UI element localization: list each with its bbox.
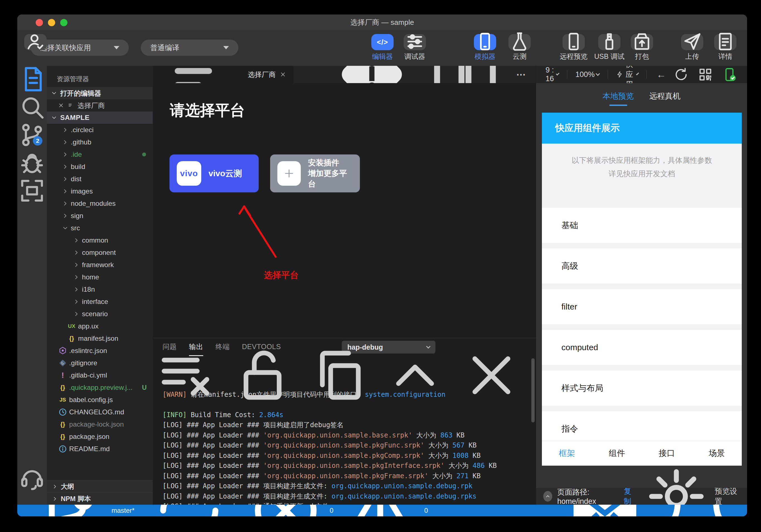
toolbar-button[interactable]: 云测 bbox=[501, 34, 538, 61]
log-line: [LOG] ### App Loader ### 'org.quickapp.u… bbox=[162, 471, 536, 481]
toolbar-button[interactable]: 模拟器 bbox=[467, 34, 503, 61]
user-icon bbox=[24, 30, 46, 54]
tree-item[interactable]: {} package-lock.json bbox=[47, 418, 153, 431]
refresh-icon[interactable] bbox=[673, 67, 689, 83]
open-editor-item[interactable]: 选择厂商 bbox=[47, 99, 153, 111]
tree-item[interactable]: node_modules bbox=[47, 198, 153, 210]
toolbar-button[interactable] bbox=[17, 34, 53, 52]
zoom-select[interactable]: 100% bbox=[575, 70, 599, 79]
open-editors-section[interactable]: 打开的编辑器 bbox=[47, 87, 153, 99]
tree-item[interactable]: sign bbox=[47, 210, 153, 222]
tree-item[interactable]: scenario bbox=[47, 308, 153, 320]
phone-list-item[interactable]: computed bbox=[542, 330, 742, 365]
tree-item[interactable]: build bbox=[47, 161, 153, 173]
close-window-button[interactable] bbox=[36, 19, 43, 26]
toolbar-button[interactable]: 上传 bbox=[674, 34, 710, 61]
tree-item[interactable]: component bbox=[47, 247, 153, 259]
tree-item[interactable]: .eslintrc.json bbox=[47, 345, 153, 357]
activity-item[interactable] bbox=[17, 149, 47, 177]
tree-item[interactable]: src bbox=[47, 222, 153, 234]
ratio-select[interactable]: 9 : 16 bbox=[546, 66, 558, 83]
qr-code-icon[interactable] bbox=[697, 67, 713, 83]
tree-item[interactable]: {} .quickapp.preview.j... U bbox=[47, 382, 153, 394]
maximize-panel-icon[interactable] bbox=[382, 342, 448, 408]
phone-list-item[interactable]: 高级 bbox=[542, 249, 742, 283]
toolbar-button[interactable]: 远程预览 bbox=[556, 34, 592, 61]
project-root-section[interactable]: SAMPLE bbox=[47, 111, 153, 124]
log-line: [LOG] ### App Loader ### 项目构建并生成文件: org.… bbox=[162, 481, 536, 491]
collapse-up-icon[interactable] bbox=[543, 491, 552, 502]
headset-icon bbox=[17, 463, 47, 493]
chevR-icon bbox=[73, 237, 80, 244]
vivo-platform-card[interactable]: vivo vivo云测 bbox=[169, 154, 259, 192]
activity-item[interactable]: 2 bbox=[17, 122, 47, 149]
npm-scripts-section[interactable]: NPM 脚本 bbox=[47, 493, 153, 505]
panel-scrollbar[interactable] bbox=[531, 358, 535, 422]
preview-body: 本地预览 远程真机 快应用组件展示 以下将展示快应用框架能力，具体属性参数 详见… bbox=[536, 83, 747, 505]
tree-item[interactable]: .github bbox=[47, 136, 153, 148]
chevR-icon bbox=[62, 176, 69, 182]
toolbar-button[interactable]: USB 调试 bbox=[591, 34, 627, 61]
braces-icon: {} bbox=[58, 433, 68, 440]
zoom-window-button[interactable] bbox=[60, 19, 68, 26]
chevR-icon bbox=[62, 200, 69, 207]
minimize-window-button[interactable] bbox=[48, 19, 55, 26]
eslint-icon bbox=[58, 346, 68, 356]
js-icon: JS bbox=[58, 397, 68, 403]
tree-item[interactable]: {} package.json bbox=[47, 431, 153, 443]
copy-path-link[interactable]: 复制 bbox=[624, 486, 636, 505]
toolbar-button[interactable]: 打包 bbox=[624, 34, 660, 61]
activity-item[interactable] bbox=[17, 177, 47, 205]
back-icon[interactable]: ← bbox=[657, 69, 666, 80]
preview-tab[interactable]: 远程真机 bbox=[650, 91, 681, 105]
tree-item[interactable]: framework bbox=[47, 259, 153, 271]
toolbar-button[interactable]: 调试器 bbox=[397, 34, 433, 61]
compile-mode-select[interactable]: 普通编译 bbox=[141, 39, 238, 56]
tree-item[interactable]: common bbox=[47, 234, 153, 247]
phone-icon bbox=[474, 30, 496, 54]
main-toolbar: 选择关联快应用 普通编译 </> 编辑器 调试器 bbox=[17, 30, 747, 66]
outline-section[interactable]: 大纲 bbox=[47, 480, 153, 493]
tree-item[interactable]: CHANGELOG.md bbox=[47, 406, 153, 418]
phone-tab[interactable]: 组件 bbox=[592, 441, 642, 466]
add-platform-card[interactable]: 安装插件 增加更多平台 bbox=[270, 154, 360, 192]
chevR-icon bbox=[62, 151, 69, 158]
tree-item[interactable]: dist bbox=[47, 173, 153, 185]
preview-tab[interactable]: 本地预览 bbox=[603, 91, 634, 105]
tree-item[interactable]: images bbox=[47, 185, 153, 198]
more-actions-icon[interactable]: ⋯ bbox=[516, 69, 526, 80]
phone-list-item[interactable]: filter bbox=[542, 289, 742, 324]
activity-item[interactable] bbox=[17, 66, 47, 94]
preview-settings-button[interactable]: 预览设置 bbox=[641, 461, 740, 505]
tree-item[interactable]: .gitignore bbox=[47, 357, 153, 369]
device-connected-icon[interactable] bbox=[722, 67, 737, 83]
tree-item[interactable]: .ide bbox=[47, 148, 153, 161]
close-tab-icon[interactable] bbox=[280, 71, 286, 78]
open-in-editor-icon[interactable] bbox=[306, 342, 372, 408]
phone-list-item[interactable]: 基础 bbox=[542, 208, 742, 243]
scm-badge: 2 bbox=[33, 136, 42, 146]
phone-list-item[interactable]: 样式与布局 bbox=[542, 371, 742, 406]
help-headset-button[interactable] bbox=[17, 464, 47, 492]
bolt-icon bbox=[616, 71, 623, 78]
clear-output-icon[interactable] bbox=[153, 342, 219, 408]
chevron-down-icon bbox=[556, 72, 559, 76]
activity-item[interactable] bbox=[17, 94, 47, 122]
tree-item[interactable]: i18n bbox=[47, 283, 153, 296]
close-panel-icon[interactable] bbox=[458, 342, 525, 408]
tree-item[interactable]: .circleci bbox=[47, 124, 153, 136]
tree-item[interactable]: home bbox=[47, 271, 153, 283]
tree-item[interactable]: JS babel.config.js bbox=[47, 394, 153, 406]
toolbar-button[interactable]: 详情 bbox=[707, 34, 743, 61]
tree-item[interactable]: {} manifest.json bbox=[47, 332, 153, 345]
toolbar-button[interactable]: </> 编辑器 bbox=[364, 34, 401, 61]
tab-vendor-select[interactable]: 选择厂商 bbox=[153, 66, 294, 83]
flask-icon bbox=[508, 30, 531, 54]
tree-item[interactable]: ! .gitlab-ci.yml bbox=[47, 369, 153, 382]
tree-item[interactable]: README.md bbox=[47, 443, 153, 455]
tree-item[interactable]: interface bbox=[47, 296, 153, 308]
phone-tab[interactable]: 框架 bbox=[542, 441, 592, 466]
tree-item[interactable]: UX app.ux bbox=[47, 320, 153, 332]
unlock-scroll-icon[interactable] bbox=[229, 342, 296, 408]
close-icon[interactable] bbox=[58, 102, 64, 108]
